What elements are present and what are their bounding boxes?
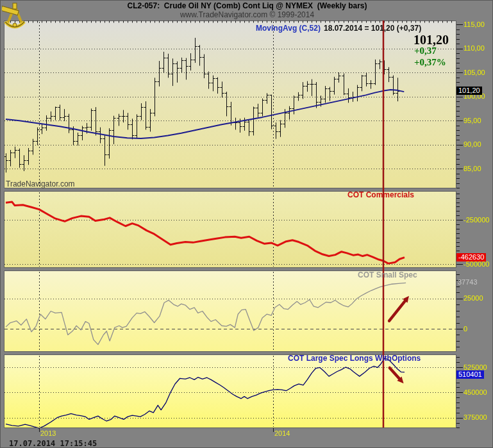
trade-navigator-window: CL2-057: Crude Oil NY (Comb) Cont Liq @ … xyxy=(0,0,493,448)
chart-canvas[interactable] xyxy=(1,1,493,448)
